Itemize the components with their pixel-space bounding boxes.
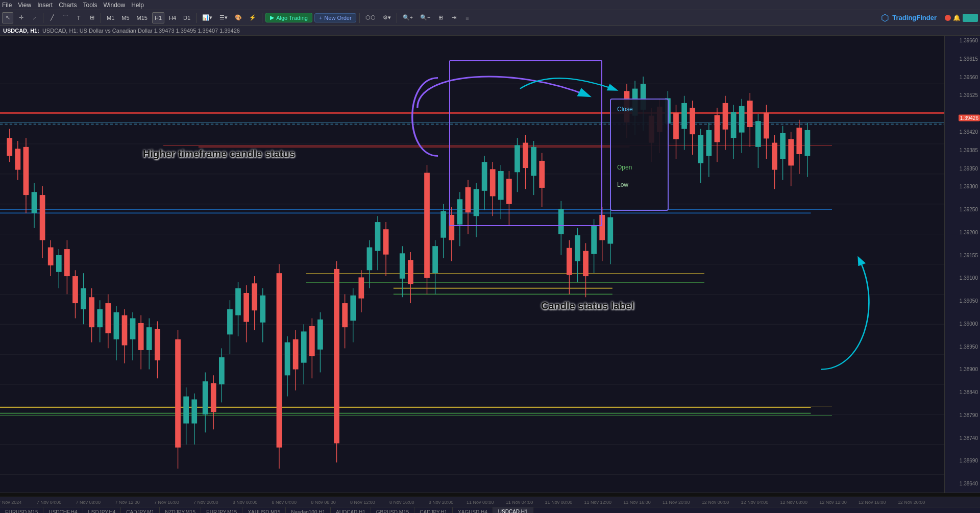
tab-eurjpy-m15[interactable]: EURJPY,M15 bbox=[201, 507, 242, 513]
svg-rect-57 bbox=[146, 327, 152, 350]
status-bar bbox=[963, 14, 978, 22]
menu-help[interactable]: Help bbox=[131, 2, 144, 9]
price-18: 1.38790 bbox=[960, 412, 978, 418]
svg-rect-91 bbox=[309, 326, 315, 356]
open-label: Open bbox=[617, 164, 662, 171]
price-5: 1.39420 bbox=[960, 129, 978, 134]
tab-xauusd-m15[interactable]: XAUUSD,M15 bbox=[242, 507, 286, 513]
price-3: 1.39560 bbox=[960, 74, 978, 80]
time-tick-18: 12 Nov 00:00 bbox=[702, 500, 729, 505]
svg-rect-27 bbox=[23, 147, 29, 195]
price-13: 1.39050 bbox=[960, 298, 978, 304]
menu-charts[interactable]: Charts bbox=[59, 2, 77, 9]
svg-rect-79 bbox=[252, 283, 257, 310]
tf-m15[interactable]: M15 bbox=[134, 12, 150, 23]
svg-rect-95 bbox=[334, 269, 339, 444]
time-tick-2: 7 Nov 08:00 bbox=[76, 500, 101, 505]
svg-rect-77 bbox=[243, 293, 249, 322]
new-order-btn[interactable]: + New Order bbox=[314, 13, 356, 22]
tab-xagusd-h4[interactable]: XAGUSD,H4 bbox=[453, 507, 493, 513]
svg-rect-37 bbox=[64, 249, 70, 276]
tab-usdjpy-h4[interactable]: USDJPY,H4 bbox=[83, 507, 121, 513]
time-tick-4: 7 Nov 16:00 bbox=[154, 500, 179, 505]
svg-rect-199 bbox=[796, 128, 802, 154]
tf-d1[interactable]: D1 bbox=[181, 12, 193, 23]
depth-btn[interactable]: ≡ bbox=[461, 12, 473, 23]
svg-rect-143 bbox=[558, 209, 564, 234]
menu-view[interactable]: View bbox=[18, 2, 31, 9]
svg-rect-61 bbox=[175, 339, 181, 448]
draw-tool-4[interactable]: ⊞ bbox=[86, 12, 97, 23]
line-tool[interactable]: ⟋ bbox=[29, 12, 40, 23]
menu-tools[interactable]: Tools bbox=[83, 2, 97, 9]
chart-type-selector[interactable]: 📊▾ bbox=[200, 12, 215, 23]
chart-properties[interactable]: ⊞ bbox=[435, 12, 446, 23]
draw-tool-2[interactable]: ⌒ bbox=[60, 12, 71, 23]
tab-usdcad-h1[interactable]: USDCAD,H1 bbox=[493, 507, 533, 513]
svg-rect-155 bbox=[607, 217, 613, 244]
menu-window[interactable]: Window bbox=[104, 2, 126, 9]
svg-rect-97 bbox=[342, 303, 348, 327]
tf-m5[interactable]: M5 bbox=[119, 12, 132, 23]
notif-icon[interactable]: 🔔 bbox=[953, 14, 961, 21]
price-20: 1.38690 bbox=[960, 458, 978, 463]
tab-cadjpy-h1[interactable]: CADJPY,H1 bbox=[414, 507, 453, 513]
svg-rect-71 bbox=[219, 357, 225, 384]
algo-trading-btn[interactable]: ▶ Algo Trading bbox=[265, 13, 312, 22]
time-tick-5: 7 Nov 20:00 bbox=[193, 500, 218, 505]
price-6: 1.39385 bbox=[960, 147, 978, 153]
svg-rect-141 bbox=[539, 161, 545, 188]
tab-nzdjpy-m15[interactable]: NZDJPY,M15 bbox=[160, 507, 201, 513]
time-tick-19: 12 Nov 04:00 bbox=[741, 500, 769, 505]
tab-eurusd-m15[interactable]: EURUSD,M15 bbox=[0, 507, 43, 513]
chart-main[interactable]: Higher timeframe candle status Close Ope… bbox=[0, 36, 944, 493]
draw-tool-1[interactable]: ╱ bbox=[46, 12, 58, 23]
tab-audcad-h1[interactable]: AUDCAD,H1 bbox=[331, 507, 371, 513]
scrollbar[interactable] bbox=[0, 493, 980, 497]
color-scheme[interactable]: 🎨 bbox=[232, 12, 244, 23]
tf-h1[interactable]: H1 bbox=[152, 12, 164, 23]
price-4: 1.39525 bbox=[960, 92, 978, 98]
tab-nasdaq100-h1[interactable]: Nasdaq100,H1 bbox=[286, 507, 331, 513]
cursor-tool[interactable]: ↖ bbox=[2, 12, 13, 23]
tab-gbpusd-m15[interactable]: GBPUSD,M15 bbox=[371, 507, 414, 513]
price-2: 1.39615 bbox=[960, 56, 978, 61]
candlestick-chart bbox=[0, 36, 944, 493]
crosshair-tool[interactable]: ✛ bbox=[15, 12, 27, 23]
draw-tool-3[interactable]: T bbox=[73, 12, 84, 23]
zoom-out-btn[interactable]: 🔍− bbox=[418, 12, 433, 23]
svg-rect-89 bbox=[301, 331, 307, 362]
price-8: 1.39300 bbox=[960, 184, 978, 189]
tf-m1[interactable]: M1 bbox=[104, 12, 117, 23]
svg-rect-99 bbox=[350, 296, 356, 321]
objects-btn[interactable]: ⚙▾ bbox=[380, 12, 394, 23]
algo-label: Algo Trading bbox=[276, 15, 308, 21]
time-tick-23: 12 Nov 20:00 bbox=[898, 500, 925, 505]
svg-rect-139 bbox=[531, 147, 536, 176]
zoom-in-btn[interactable]: 🔍+ bbox=[400, 12, 415, 23]
indicators-btn[interactable]: ⬡⬡ bbox=[363, 12, 378, 23]
svg-rect-49 bbox=[114, 312, 119, 339]
menu-file[interactable]: File bbox=[2, 2, 12, 9]
svg-rect-173 bbox=[690, 108, 695, 134]
tab-cadjpy-m1[interactable]: CADJPY,M1 bbox=[121, 507, 160, 513]
chart-wrapper: Higher timeframe candle status Close Ope… bbox=[0, 36, 980, 493]
tab-usdchf-h4[interactable]: USDCHF,H4 bbox=[43, 507, 83, 513]
annotation-candle-label: Candle status label bbox=[541, 300, 634, 312]
time-tick-12: 11 Nov 00:00 bbox=[467, 500, 494, 505]
svg-rect-189 bbox=[755, 121, 761, 147]
tf-h4[interactable]: H4 bbox=[166, 12, 179, 23]
menu-insert[interactable]: Insert bbox=[37, 2, 53, 9]
svg-rect-131 bbox=[498, 171, 504, 200]
svg-rect-23 bbox=[7, 138, 12, 156]
toolbar: ↖ ✛ ⟋ ╱ ⌒ T ⊞ M1 M5 M15 H1 H4 D1 📊▾ ☰▾ 🎨… bbox=[0, 10, 980, 26]
navigator-btn[interactable]: ⇥ bbox=[448, 12, 459, 23]
indicator-btn[interactable]: ⚡ bbox=[247, 12, 259, 23]
logo-area: ⬡ TradingFinder 🔔 bbox=[881, 12, 978, 23]
time-tick-17: 11 Nov 20:00 bbox=[663, 500, 690, 505]
svg-rect-119 bbox=[449, 215, 454, 240]
template-selector[interactable]: ☰▾ bbox=[217, 12, 230, 23]
annotation-main: Higher timeframe candle status bbox=[143, 148, 295, 160]
time-tick-0: 7 Nov 2024 bbox=[0, 500, 21, 505]
svg-rect-69 bbox=[211, 383, 216, 412]
